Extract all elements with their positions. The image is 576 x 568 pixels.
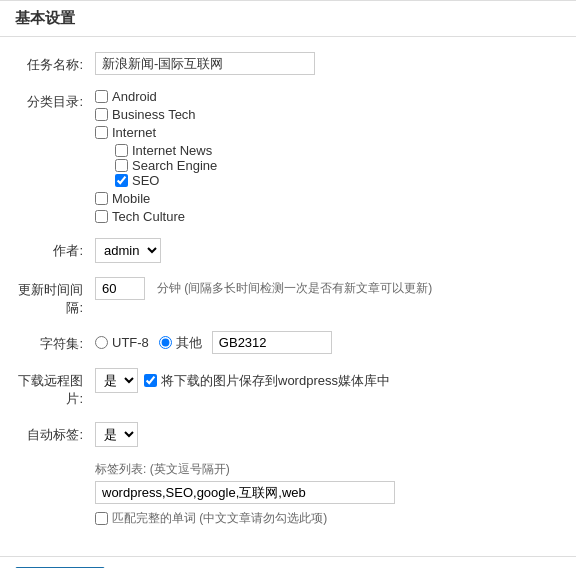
category-checkbox-group: Android Business Tech Internet Internet … [95,89,217,224]
list-item: Business Tech [95,107,217,122]
section-title: 基本设置 [0,0,576,37]
internet-sub-group: Internet News Search Engine SEO [115,143,217,188]
search-engine-checkbox[interactable] [115,159,128,172]
save-to-wordpress-item: 将下载的图片保存到wordpress媒体库中 [144,372,390,390]
author-content: admin [95,238,561,263]
download-select[interactable]: 是 否 [95,368,138,393]
auto-tag-select[interactable]: 是 否 [95,422,138,447]
business-tech-label: Business Tech [112,107,196,122]
page-wrapper: 基本设置 任务名称: 分类目录: Android Business T [0,0,576,568]
internet-label: Internet [112,125,156,140]
charset-content: UTF-8 其他 [95,331,561,354]
tech-culture-label: Tech Culture [112,209,185,224]
list-item: Internet News [115,143,217,158]
charset-other-input[interactable] [212,331,332,354]
charset-other-radio[interactable] [159,336,172,349]
interval-row: 更新时间间隔: 分钟 (间隔多长时间检测一次是否有新文章可以更新) [15,277,561,317]
list-item: Search Engine [115,158,217,173]
save-to-wordpress-checkbox[interactable] [144,374,157,387]
form-area: 任务名称: 分类目录: Android Business Tech [0,37,576,557]
search-engine-label: Search Engine [132,158,217,173]
interval-input[interactable] [95,277,145,300]
download-image-label: 下载远程图片: [15,368,95,408]
list-item: Mobile [95,191,217,206]
download-inline: 是 否 将下载的图片保存到wordpress媒体库中 [95,368,390,393]
tags-input[interactable] [95,481,395,504]
match-label: 匹配完整的单词 (中文文章请勿勾选此项) [112,510,327,527]
business-tech-checkbox[interactable] [95,108,108,121]
charset-utf8-item: UTF-8 [95,335,149,350]
android-label: Android [112,89,157,104]
category-content: Android Business Tech Internet Internet … [95,89,561,224]
internet-news-label: Internet News [132,143,212,158]
save-to-wordpress-label: 将下载的图片保存到wordpress媒体库中 [161,372,390,390]
list-item: Tech Culture [95,209,217,224]
tags-row: 标签列表: (英文逗号隔开) 匹配完整的单词 (中文文章请勿勾选此项) [15,461,561,527]
tags-area: 标签列表: (英文逗号隔开) 匹配完整的单词 (中文文章请勿勾选此项) [95,461,561,527]
interval-label: 更新时间间隔: [15,277,95,317]
list-item: Internet [95,125,217,140]
seo-label: SEO [132,173,159,188]
author-row: 作者: admin [15,238,561,263]
charset-other-item: 其他 [159,334,202,352]
internet-checkbox[interactable] [95,126,108,139]
auto-tag-content: 是 否 [95,422,561,447]
task-name-content [95,52,561,75]
auto-tag-label: 自动标签: [15,422,95,444]
list-item: Android [95,89,217,104]
tags-spacer [15,461,95,465]
charset-label: 字符集: [15,331,95,353]
author-select[interactable]: admin [95,238,161,263]
category-label: 分类目录: [15,89,95,111]
author-label: 作者: [15,238,95,260]
charset-other-label: 其他 [176,334,202,352]
task-name-input[interactable] [95,52,315,75]
tags-hint: 标签列表: (英文逗号隔开) [95,461,561,478]
task-name-label: 任务名称: [15,52,95,74]
internet-news-checkbox[interactable] [115,144,128,157]
seo-checkbox[interactable] [115,174,128,187]
download-image-row: 下载远程图片: 是 否 将下载的图片保存到wordpress媒体库中 [15,368,561,408]
tech-culture-checkbox[interactable] [95,210,108,223]
charset-row: 字符集: UTF-8 其他 [15,331,561,354]
footer-bar: 保存更改 学 学做网站论坛 www.xuewangzhan.net [0,557,576,568]
interval-inline: 分钟 (间隔多长时间检测一次是否有新文章可以更新) [95,277,432,300]
mobile-checkbox[interactable] [95,192,108,205]
charset-utf8-radio[interactable] [95,336,108,349]
download-image-content: 是 否 将下载的图片保存到wordpress媒体库中 [95,368,561,393]
auto-tag-row: 自动标签: 是 否 [15,422,561,447]
charset-utf8-label: UTF-8 [112,335,149,350]
match-checkbox[interactable] [95,512,108,525]
tags-content: 标签列表: (英文逗号隔开) 匹配完整的单词 (中文文章请勿勾选此项) [95,461,561,527]
android-checkbox[interactable] [95,90,108,103]
mobile-label: Mobile [112,191,150,206]
charset-radio-group: UTF-8 其他 [95,331,332,354]
list-item: SEO [115,173,217,188]
task-name-row: 任务名称: [15,52,561,75]
category-row: 分类目录: Android Business Tech Internet [15,89,561,224]
interval-hint: 分钟 (间隔多长时间检测一次是否有新文章可以更新) [157,280,432,297]
match-row: 匹配完整的单词 (中文文章请勿勾选此项) [95,510,561,527]
interval-content: 分钟 (间隔多长时间检测一次是否有新文章可以更新) [95,277,561,300]
